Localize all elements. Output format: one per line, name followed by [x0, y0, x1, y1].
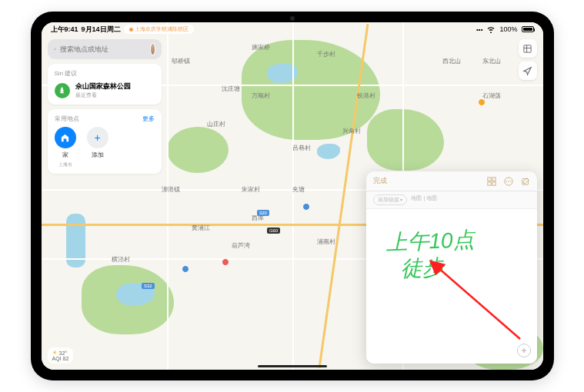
- map-label: 黄浦江: [192, 224, 210, 232]
- favorite-add-label: 添加: [92, 151, 104, 159]
- suggestion-name: 佘山国家森林公园: [75, 81, 131, 91]
- svg-rect-5: [487, 177, 490, 180]
- attachment-icon: [520, 347, 528, 354]
- map-label: 浦南村: [317, 238, 335, 246]
- siri-suggestions-card: Siri 建议 佘山国家森林公园 最近查看: [48, 64, 162, 105]
- ipad-frame: 邬桥镇 施家桥 沈庄塘 千步村 万顺村 山庄村 泖港镇 朱家村 夹塘 兴角村 横…: [31, 12, 554, 380]
- notes-meta-bar: 添加链接 ▾ 地图 | 地图: [366, 191, 537, 209]
- map-label: 葫芦湾: [232, 241, 250, 250]
- add-link-button[interactable]: 添加链接 ▾: [373, 194, 408, 205]
- user-avatar[interactable]: [150, 43, 155, 55]
- route-badge: S32: [142, 283, 155, 289]
- plus-icon: +: [87, 127, 108, 148]
- map-label: 万顺村: [252, 91, 270, 100]
- map-label: 沈庄塘: [222, 85, 240, 93]
- wifi-icon: [486, 26, 496, 33]
- favorite-home-label: 家: [62, 151, 68, 159]
- siri-section-label: Siri 建议: [55, 69, 155, 78]
- svg-point-10: [506, 181, 506, 181]
- map-label: 横泾村: [112, 255, 130, 264]
- favorites-section-label: 常用地点: [55, 115, 79, 123]
- notes-quick-note: 完成 添加链接 ▾ 地图 | 地图 上午10点 徒步: [366, 171, 537, 364]
- suggestion-subtitle: 最近查看: [75, 91, 131, 99]
- info-icon: [522, 44, 532, 54]
- map-locate-button[interactable]: [519, 61, 537, 80]
- map-label: 夹塘: [292, 185, 305, 194]
- svg-line-1: [55, 50, 56, 51]
- home-indicator[interactable]: [258, 365, 327, 367]
- map-label: 朱家村: [242, 185, 260, 194]
- search-panel: Siri 建议 佘山国家森林公园 最近查看 常用地点 更多: [48, 39, 162, 178]
- favorite-home[interactable]: 家 上海市: [55, 127, 76, 168]
- map-label: 石湖荡: [482, 91, 501, 100]
- more-icon[interactable]: [504, 177, 513, 186]
- map-label: 千步村: [317, 50, 335, 58]
- battery-icon: [522, 26, 534, 32]
- route-badge: 320: [257, 210, 269, 216]
- map-label: 泖港镇: [162, 185, 180, 194]
- svg-point-11: [508, 181, 509, 181]
- grid-icon[interactable]: [487, 177, 496, 186]
- locate-icon: [522, 66, 532, 76]
- map-label: 邬桥镇: [172, 57, 190, 65]
- status-time: 上午9:41: [51, 25, 78, 35]
- svg-point-12: [509, 181, 510, 181]
- status-bar: 上午9:41 9月14日周二 上海欢庆学校浦陈校区 ••• 100%: [42, 22, 543, 36]
- map-label: 山庄村: [207, 120, 225, 128]
- map-controls: [519, 39, 537, 80]
- screen: 邬桥镇 施家桥 沈庄塘 千步村 万顺村 山庄村 泖港镇 朱家村 夹塘 兴角村 横…: [42, 22, 543, 370]
- search-input[interactable]: [60, 45, 146, 53]
- notes-toolbar: 完成: [366, 171, 537, 191]
- weather-widget[interactable]: ☀ 32° AQI 82: [48, 347, 74, 364]
- handwritten-text: 上午10点 徒步: [385, 225, 526, 281]
- favorite-add[interactable]: + 添加: [87, 127, 108, 168]
- svg-rect-8: [492, 181, 495, 184]
- map-info-button[interactable]: [519, 39, 537, 58]
- notes-canvas[interactable]: 上午10点 徒步: [366, 209, 537, 364]
- battery-pct: 100%: [499, 25, 517, 33]
- location-pill[interactable]: 上海欢庆学校浦陈校区: [124, 25, 194, 34]
- map-label: 西北山: [442, 57, 461, 65]
- status-date: 9月14日周二: [82, 25, 121, 35]
- notes-context: 地图 | 地图: [411, 194, 437, 205]
- svg-rect-2: [524, 45, 531, 51]
- home-icon: [55, 127, 76, 148]
- map-label: 东北山: [482, 57, 501, 65]
- search-icon: [54, 45, 56, 53]
- search-bar[interactable]: [48, 39, 162, 59]
- add-attachment-button[interactable]: [517, 344, 531, 357]
- favorites-card: 常用地点 更多 家 上海市 + 添加: [48, 109, 162, 174]
- weather-temp: 32°: [59, 350, 68, 356]
- notes-done-button[interactable]: 完成: [373, 176, 387, 186]
- route-badge: G60: [267, 228, 280, 234]
- map-label: 施家桥: [252, 43, 270, 51]
- park-icon: [55, 83, 70, 98]
- svg-point-0: [54, 48, 55, 50]
- map-label: 铁港村: [357, 91, 375, 100]
- map-label: 兴角村: [342, 127, 361, 135]
- map-label: 吕巷村: [292, 144, 311, 152]
- svg-rect-6: [492, 177, 495, 180]
- svg-rect-7: [487, 181, 490, 184]
- weather-aqi: AQI 82: [52, 356, 69, 361]
- siri-suggestion-item[interactable]: 佘山国家森林公园 最近查看: [55, 81, 155, 99]
- favorites-more-link[interactable]: 更多: [142, 115, 155, 123]
- compose-icon[interactable]: [521, 177, 530, 186]
- favorite-home-sub: 上海市: [58, 161, 72, 168]
